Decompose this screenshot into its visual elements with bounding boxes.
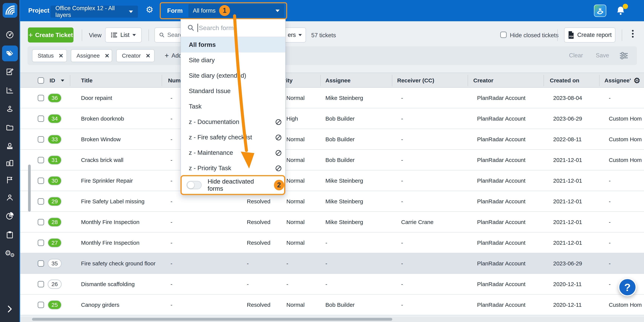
cell-assignee-company: - xyxy=(609,232,644,253)
clear-filters-button[interactable]: Clear xyxy=(569,52,583,59)
search-scope-value: ers xyxy=(288,32,296,38)
sidebar-item-tickets[interactable] xyxy=(0,45,20,62)
row-checkbox[interactable] xyxy=(38,219,44,225)
sidebar-item-stats[interactable] xyxy=(0,82,20,99)
row-checkbox[interactable] xyxy=(38,116,44,122)
project-select[interactable]: Office Complex 12 - All layers xyxy=(50,6,138,18)
sidebar-item-locator[interactable] xyxy=(0,100,20,118)
filter-chip-creator[interactable]: Creator✕ xyxy=(116,49,154,62)
table-row[interactable]: 34 Broken doorknob - High Bob Builder - … xyxy=(0,108,644,129)
filter-settings-sliders-icon[interactable] xyxy=(618,50,629,61)
cell-creator: PlanRadar Account xyxy=(477,88,539,108)
row-checkbox[interactable] xyxy=(38,260,44,267)
table-row[interactable]: 36 Door repaint - Normal Mike Steinberg … xyxy=(0,88,644,108)
form-option-all-forms[interactable]: All forms xyxy=(181,37,285,52)
table-row[interactable]: 26 Dismantle scaffolding - - - - - PlanR… xyxy=(0,274,644,295)
row-checkbox[interactable] xyxy=(38,157,44,163)
column-header-assignee[interactable]: Assignee xyxy=(326,73,350,88)
row-checkbox[interactable] xyxy=(38,95,44,101)
cell-number: - xyxy=(166,232,177,253)
plus-icon: + xyxy=(28,31,33,39)
app-switcher-button[interactable] xyxy=(594,4,606,17)
close-icon[interactable]: ✕ xyxy=(104,52,109,59)
table-row[interactable]: 31 Cracks brick wall - Normal Bob Builde… xyxy=(0,150,644,170)
form-option-standard-issue[interactable]: Standard Issue xyxy=(181,83,285,99)
help-button[interactable]: ? xyxy=(618,278,636,296)
column-settings-gear-icon[interactable]: ⚙ xyxy=(634,76,640,85)
cell-priority: Normal xyxy=(286,88,318,108)
table-row[interactable]: 28 Monthly Fire Inspection - Resolved No… xyxy=(0,212,644,232)
close-icon[interactable]: ✕ xyxy=(58,52,63,59)
row-checkbox[interactable] xyxy=(38,136,44,143)
locator-icon xyxy=(6,105,14,113)
tickets-icon xyxy=(6,49,14,58)
create-ticket-button[interactable]: + Create Ticket xyxy=(28,27,74,42)
vertical-scrollbar[interactable] xyxy=(28,164,31,212)
sidebar-item-users[interactable] xyxy=(0,189,20,206)
form-option-z-maintenance[interactable]: z - Maintenance xyxy=(181,145,285,161)
view-label: View xyxy=(89,32,102,39)
cell-assignee: - xyxy=(326,232,386,253)
sidebar-item-approvals[interactable] xyxy=(0,137,20,154)
project-settings-gear-icon[interactable]: ⚙ xyxy=(146,5,153,14)
table-row[interactable]: 30 Fire Sprinkler Repair - Normal Mike S… xyxy=(0,170,644,191)
close-icon[interactable]: ✕ xyxy=(146,52,150,59)
sidebar-item-forms[interactable] xyxy=(0,63,20,80)
column-header-receiver[interactable]: Receiver (CC) xyxy=(397,73,434,88)
row-checkbox[interactable] xyxy=(38,177,44,184)
sidebar-item-companies[interactable] xyxy=(0,155,20,172)
divider xyxy=(622,29,622,41)
filter-chip-status[interactable]: Status✕ xyxy=(32,49,67,62)
sidebar-item-tasks[interactable] xyxy=(0,226,20,244)
form-option-z-documentation[interactable]: z - Documentation xyxy=(181,114,285,130)
table-row[interactable]: 33 Broken Window - Normal Bob Builder - … xyxy=(0,129,644,150)
select-all-checkbox[interactable] xyxy=(38,77,44,84)
form-label: Form xyxy=(167,7,183,14)
form-option-label: z - Documentation xyxy=(189,118,239,126)
table-row[interactable]: 29 Fire Safety Label missing - Resolved … xyxy=(0,191,644,212)
column-header-label: Title xyxy=(81,77,92,84)
column-header-creator[interactable]: Creator xyxy=(473,73,494,88)
sidebar-item-reports[interactable] xyxy=(0,207,20,225)
table-row[interactable]: 25 Canopy girders - Resolved Normal Bob … xyxy=(0,295,644,315)
save-filters-button[interactable]: Save xyxy=(596,52,609,59)
cell-number: - xyxy=(166,129,177,150)
plus-icon: + xyxy=(165,51,169,60)
ticket-id-badge: 25 xyxy=(48,300,62,310)
cell-priority: Normal xyxy=(286,191,318,212)
cell-created-on: 2021-12-01 xyxy=(553,191,596,212)
sidebar-item-documents[interactable] xyxy=(0,119,20,136)
notifications-bell-button[interactable] xyxy=(615,5,626,17)
sidebar-expand-button[interactable] xyxy=(0,300,20,318)
row-checkbox[interactable] xyxy=(38,302,44,308)
form-option-task[interactable]: Task xyxy=(181,99,285,114)
hide-closed-tickets-checkbox[interactable] xyxy=(500,32,507,38)
sidebar-item-dashboard[interactable] xyxy=(0,26,20,43)
hide-deactivated-forms-row: Hide deactivated forms 2 xyxy=(180,175,285,195)
sidebar-item-flags[interactable] xyxy=(0,171,20,189)
row-checkbox[interactable] xyxy=(38,281,44,287)
create-report-button[interactable]: PDF Create report xyxy=(564,27,615,42)
column-header-assignee-company[interactable]: Assignee' ⚙ xyxy=(604,73,640,88)
table-row[interactable]: 27 Monthly Fire Inspection - Resolved No… xyxy=(0,232,644,253)
form-option-z-fire-safety-checklist[interactable]: z - Fire safety checklist xyxy=(181,130,285,145)
sidebar-item-settings[interactable]: ⚙⚙ xyxy=(0,245,20,262)
column-header-id[interactable]: ID xyxy=(50,73,64,88)
row-checkbox[interactable] xyxy=(38,240,44,246)
form-option-site-diary-extended-[interactable]: Site diary (extended) xyxy=(181,68,285,83)
column-header-title[interactable]: Title xyxy=(81,73,92,88)
row-checkbox[interactable] xyxy=(38,198,44,205)
horizontal-scrollbar[interactable] xyxy=(32,318,392,321)
hide-deactivated-toggle[interactable] xyxy=(186,181,202,189)
column-header-created-on[interactable]: Created on xyxy=(550,73,579,88)
filter-chip-assignee[interactable]: Assignee✕ xyxy=(71,49,112,62)
form-search-input[interactable]: Search forms xyxy=(181,19,285,37)
more-options-kebab-button[interactable] xyxy=(630,29,635,39)
form-select[interactable]: All forms xyxy=(188,4,284,17)
ticket-id-badge: 26 xyxy=(48,280,62,289)
planradar-logo[interactable] xyxy=(3,3,17,18)
table-row[interactable]: 35 Fire safety check ground floor - - - … xyxy=(0,253,644,274)
form-option-site-diary[interactable]: Site diary xyxy=(181,52,285,68)
form-option-z-priority-task[interactable]: z - Priority Task xyxy=(181,161,285,176)
view-mode-list-button[interactable]: List xyxy=(105,27,142,42)
